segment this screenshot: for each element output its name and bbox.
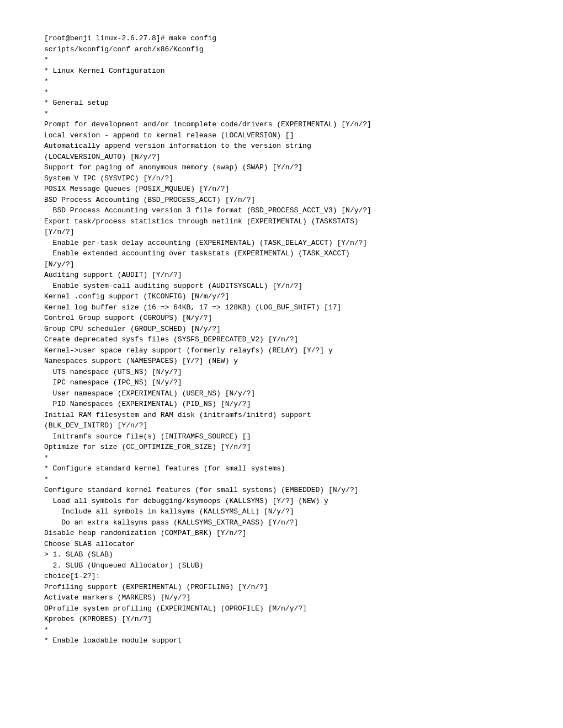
- terminal-output: [root@benji linux-2.6.27.8]# make config…: [44, 33, 519, 646]
